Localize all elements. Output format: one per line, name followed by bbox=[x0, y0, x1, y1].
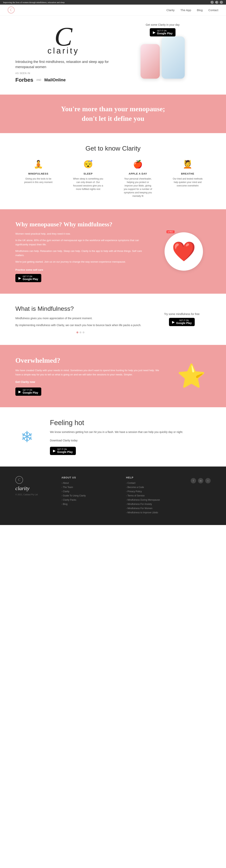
play-store-label-mind: GET IT ON Google Play bbox=[176, 319, 192, 324]
breathe-desc: Our tried and tested methods help quiete… bbox=[172, 177, 203, 187]
footer-mindfulness-women-link[interactable]: Mindfulness For Women bbox=[126, 507, 179, 510]
footer-mindfulness-anxiety-link[interactable]: Mindfulness For Anxiety bbox=[126, 503, 179, 505]
play-icon: ▶ bbox=[19, 276, 21, 280]
nav-contact[interactable]: Contact bbox=[208, 8, 218, 12]
mindfulness-para-1: Mindfulness gives you more appreciation … bbox=[16, 316, 145, 321]
carousel-dots bbox=[16, 332, 145, 333]
footer-guide-link[interactable]: Guide To Using Clarity bbox=[61, 494, 115, 497]
forbes-logo: Forbes bbox=[16, 77, 33, 83]
hero-section: C clarity Introducing the first mindfuln… bbox=[0, 16, 226, 95]
mindfulness-title: MINDFULNESS bbox=[28, 172, 48, 175]
footer-privacy-link[interactable]: Privacy Policy bbox=[126, 490, 179, 493]
footer-help-col: HELP Contact Become a Code Privacy Polic… bbox=[126, 476, 179, 516]
sleep-icon: 😴 bbox=[83, 160, 93, 169]
dot-2[interactable] bbox=[80, 332, 81, 333]
footer-social-col: f in t bbox=[191, 476, 210, 516]
play-store-label: GET IT ON Google Play bbox=[157, 30, 173, 35]
play-store-icon: ▶ bbox=[172, 320, 175, 324]
practice-label: Practice some self care bbox=[16, 268, 145, 272]
twitter-icon[interactable]: t bbox=[220, 1, 223, 4]
top-bar: Improving the lives of women through min… bbox=[0, 0, 226, 5]
get-clarity-link[interactable]: Get Clarity now bbox=[16, 380, 161, 384]
play-triangle-icon: ▶ bbox=[153, 30, 156, 34]
mindfulness-left: What is Mindfulness? Mindfulness gives y… bbox=[16, 305, 145, 333]
mindfulness-google-play-button[interactable]: ▶ GET IT ON Google Play bbox=[169, 318, 195, 326]
phone-mockup bbox=[141, 36, 185, 79]
footer-terms-link[interactable]: Terms of Service bbox=[126, 494, 179, 497]
feeling-hot-title: Feeling hot bbox=[50, 419, 210, 427]
get-to-know-title: Get to know Clarity bbox=[16, 145, 210, 152]
footer-help-title: HELP bbox=[126, 476, 179, 479]
why-para-2: In the UK alone, 80% of the gym women of… bbox=[16, 238, 145, 247]
mail-online-logo: MailOnline bbox=[44, 78, 66, 83]
feeling-hot-left: ❄ bbox=[16, 428, 38, 446]
features-grid: 🧘 MINDFULNESS Giving you the tools to be… bbox=[16, 160, 210, 198]
why-section: Why menopause? Why mindfulness? Women ne… bbox=[0, 209, 226, 294]
nav-clarity[interactable]: Clarity bbox=[167, 8, 175, 12]
mindfulness-title: What is Mindfulness? bbox=[16, 305, 145, 312]
footer-mindfulness-libido-link[interactable]: Mindfulness to Improve Libido bbox=[126, 511, 179, 514]
top-bar-text: Improving the lives of women through min… bbox=[3, 1, 64, 3]
overwhelmed-google-play-button[interactable]: ▶ GET IT ON Google Play bbox=[16, 388, 41, 396]
footer-become-link[interactable]: Become a Code bbox=[126, 486, 179, 489]
download-today-text: Download Clarity today bbox=[50, 438, 210, 443]
footer-inner: C clarity © 2021, Calidad Pty Ltd ABOUT … bbox=[16, 476, 210, 516]
footer-contact-link[interactable]: Contact bbox=[126, 482, 179, 484]
snowflake-icon: ❄ bbox=[21, 428, 33, 446]
footer-mindfulness-menopause-link[interactable]: Mindfulness During Menopause bbox=[126, 499, 179, 501]
pink-banner: You're more than your menopause; don't l… bbox=[0, 95, 226, 133]
overwhelmed-title: Overwhelmed? bbox=[16, 356, 161, 365]
why-google-play-button[interactable]: ▶ GET IT ON Google Play bbox=[16, 274, 41, 282]
mindfulness-desc: Giving you the tools to be present in th… bbox=[23, 177, 54, 184]
footer-copyright: © 2021, Calidad Pty Ltd bbox=[16, 493, 50, 496]
feeling-hot-google-play-button[interactable]: ▶ GET IT ON Google Play bbox=[50, 447, 76, 455]
nav-the-app[interactable]: The App bbox=[180, 8, 191, 12]
why-para-4: We're just getting started. Join us on o… bbox=[16, 260, 145, 264]
phone-back bbox=[141, 44, 160, 79]
footer-facebook-icon[interactable]: f bbox=[191, 478, 196, 484]
footer-twitter-icon[interactable]: t bbox=[205, 478, 210, 484]
logo-icon: C bbox=[8, 6, 15, 13]
dot-3[interactable] bbox=[83, 332, 84, 333]
heart-circle: ❤️ bbox=[165, 232, 203, 271]
header: C Clarity The App Blog Contact bbox=[0, 5, 226, 16]
dot-1[interactable] bbox=[77, 332, 78, 333]
why-right: ● REC ❤️ bbox=[157, 232, 210, 271]
feeling-hot-section: ❄ Feeling hot We know sometimes getting … bbox=[0, 407, 226, 466]
sleep-title: SLEEP bbox=[84, 172, 93, 175]
overwhelmed-left: Overwhelmed? We have created Clarity wit… bbox=[16, 356, 161, 396]
apple-title: APPLE A DAY bbox=[129, 172, 147, 175]
footer: C clarity © 2021, Calidad Pty Ltd ABOUT … bbox=[0, 466, 226, 525]
apple-desc: Your personal cheerleader, helping you p… bbox=[122, 177, 153, 198]
footer-team-link[interactable]: The Team bbox=[61, 486, 115, 489]
facebook-icon[interactable]: f bbox=[210, 1, 214, 4]
hero-google-play-button[interactable]: ▶ GET IT ON Google Play bbox=[150, 28, 176, 36]
footer-clarity-link[interactable]: Clarity bbox=[61, 490, 115, 493]
video-recording-badge: ● REC bbox=[167, 230, 174, 233]
phone-front bbox=[162, 36, 185, 79]
and-text: AND bbox=[36, 79, 41, 81]
why-title: Why menopause? Why mindfulness? bbox=[16, 221, 145, 228]
why-para-3: Mindfulness can help. Relaxation can hel… bbox=[16, 249, 145, 257]
as-seen-in-label: AS SEEN IN bbox=[16, 72, 111, 74]
breathe-icon: 💆 bbox=[183, 160, 192, 169]
hero-right: Get some Clarity in your day ▶ GET IT ON… bbox=[115, 23, 210, 79]
hero-left: C clarity Introducing the first mindfuln… bbox=[16, 23, 111, 83]
get-clarity-text: Get some Clarity in your day bbox=[146, 23, 180, 26]
feature-mindfulness: 🧘 MINDFULNESS Giving you the tools to be… bbox=[16, 160, 61, 198]
top-bar-social: f in t bbox=[210, 1, 223, 4]
instagram-icon[interactable]: in bbox=[215, 1, 218, 4]
footer-about-link[interactable]: About bbox=[61, 482, 115, 484]
press-logos: Forbes AND MailOnline bbox=[16, 77, 111, 83]
clarity-letter: C bbox=[54, 23, 72, 50]
breathe-title: BREATHE bbox=[181, 172, 194, 175]
nav-blog[interactable]: Blog bbox=[197, 8, 203, 12]
footer-instagram-icon[interactable]: in bbox=[198, 478, 203, 484]
footer-about-title: ABOUT US bbox=[61, 476, 115, 479]
footer-packs-link[interactable]: Clarity Packs bbox=[61, 499, 115, 501]
mindfulness-icon: 🧘 bbox=[34, 160, 43, 169]
footer-blog-link[interactable]: Blog bbox=[61, 503, 115, 505]
feature-apple: 🍎 APPLE A DAY Your personal cheerleader,… bbox=[115, 160, 161, 198]
hero-subtitle: Introducing the first mindfulness, relax… bbox=[16, 59, 111, 70]
mindfulness-para-2: By implementing mindfulness with Clarity… bbox=[16, 323, 145, 328]
